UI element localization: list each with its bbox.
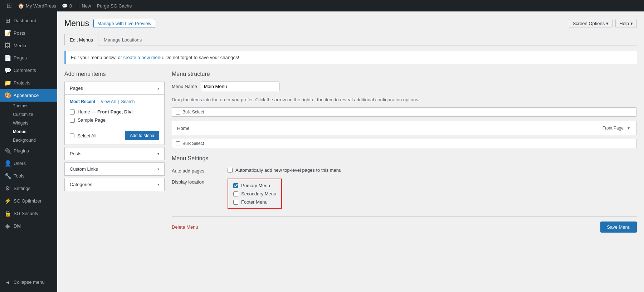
menu-item-home-label: Home	[177, 126, 190, 131]
add-menu-items-heading: Add menu items	[64, 71, 165, 77]
themes-label: Themes	[13, 103, 28, 108]
filter-search[interactable]: Search	[121, 99, 135, 104]
tab-manage-locations[interactable]: Manage Locations	[98, 34, 147, 45]
sidebar-item-media[interactable]: 🖼 Media	[0, 39, 57, 52]
add-to-menu-button[interactable]: Add to Menu	[125, 131, 159, 140]
filter-sep-2: |	[118, 99, 119, 104]
sg-optimizer-icon: ⚡	[4, 198, 11, 204]
page-filter-tabs: Most Recent | View All | Search	[70, 99, 159, 104]
accordion-pages-header[interactable]: Pages	[65, 82, 164, 95]
page-item-sample-checkbox[interactable]	[70, 118, 75, 123]
menus-label: Menus	[13, 129, 26, 134]
purge-cache-btn[interactable]: Purge SG Cache	[94, 0, 135, 11]
sidebar-item-dashboard[interactable]: ⊞ Dashboard	[0, 14, 57, 27]
live-preview-button[interactable]: Manage with Live Preview	[93, 19, 155, 28]
comments-link[interactable]: 💬 0	[59, 0, 75, 11]
sidebar-subitem-widgets[interactable]: Widgets	[0, 119, 57, 127]
sidebar-item-appearance[interactable]: 🎨 Appearance	[0, 89, 57, 102]
auto-add-pages-row: Auto add pages Automatically add new top…	[172, 167, 637, 174]
screen-options-label: Screen Options	[573, 21, 605, 26]
location-footer-checkbox[interactable]	[233, 200, 238, 205]
menu-settings-heading: Menu Settings	[172, 155, 637, 162]
help-button[interactable]: Help ▾	[615, 19, 637, 28]
delete-menu-link[interactable]: Delete Menu	[172, 224, 198, 230]
sidebar-item-divi[interactable]: ◈ Divi	[0, 220, 57, 232]
menu-item-home-badge: Front Page ▾	[602, 125, 631, 131]
new-content-link[interactable]: + New	[75, 0, 94, 11]
location-secondary-checkbox[interactable]	[233, 191, 238, 196]
nav-tabs: Edit Menus Manage Locations	[64, 34, 637, 45]
help-arrow: ▾	[630, 21, 633, 26]
sidebar-subitem-themes[interactable]: Themes	[0, 102, 57, 110]
save-menu-button[interactable]: Save Menu	[600, 222, 637, 233]
location-primary-checkbox[interactable]	[233, 183, 238, 188]
sidebar-subitem-background[interactable]: Background	[0, 136, 57, 145]
location-box: Primary Menu Secondary Menu Footer Menu	[228, 179, 282, 209]
sidebar-item-users[interactable]: 👤 Users	[0, 157, 57, 170]
sidebar-item-settings[interactable]: ⚙ Settings	[0, 182, 57, 195]
site-name-label: My WordPress	[26, 3, 56, 9]
sidebar-subitem-menus[interactable]: Menus	[0, 127, 57, 136]
bulk-select-top-checkbox[interactable]	[176, 110, 180, 115]
media-icon: 🖼	[4, 42, 11, 49]
sidebar-label-settings: Settings	[14, 186, 30, 191]
accordion-categories-header[interactable]: Categories	[65, 178, 164, 191]
sidebar-item-tools[interactable]: 🔧 Tools	[0, 170, 57, 182]
filter-sep-1: |	[97, 99, 98, 104]
filter-most-recent[interactable]: Most Recent	[70, 99, 95, 104]
tools-icon: 🔧	[4, 172, 11, 179]
sidebar-item-projects[interactable]: 📁 Projects	[0, 77, 57, 89]
top-bar-actions: Screen Options ▾ Help ▾	[569, 19, 637, 28]
menu-item-home: Home Front Page ▾	[172, 121, 637, 135]
page-item-home: Home — Front Page, Divi	[70, 108, 159, 116]
plugins-icon: 🔌	[4, 147, 11, 154]
accordion-custom-links: Custom Links	[64, 162, 165, 176]
collapse-icon: ◂	[4, 279, 11, 286]
sidebar-item-comments[interactable]: 💬 Comments	[0, 64, 57, 77]
comments-sidebar-icon: 💬	[4, 67, 11, 74]
sidebar-label-appearance: Appearance	[14, 93, 39, 98]
sidebar-item-plugins[interactable]: 🔌 Plugins	[0, 145, 57, 157]
auto-add-checkbox[interactable]	[228, 168, 233, 173]
background-label: Background	[13, 138, 36, 143]
sidebar-item-posts[interactable]: 📝 Posts	[0, 27, 57, 39]
notice-text-after: . Do not forget to save your changes!	[163, 55, 239, 60]
sidebar-item-sg-optimizer[interactable]: ⚡ SG Optimizer	[0, 195, 57, 207]
accordion-posts-header[interactable]: Posts	[65, 147, 164, 160]
select-all-label: Select All	[77, 133, 96, 138]
bulk-select-bottom[interactable]: Bulk Select	[172, 139, 637, 148]
notice-bar: Edit your menu below, or create a new me…	[64, 51, 637, 64]
menu-name-input[interactable]	[201, 82, 279, 91]
menu-name-row: Menu Name	[172, 82, 637, 91]
pages-icon: 📄	[4, 54, 11, 61]
auto-add-description: Automatically add new top-level pages to…	[235, 167, 341, 173]
select-all-checkbox[interactable]	[70, 133, 74, 138]
bulk-select-top[interactable]: Bulk Select	[172, 107, 637, 117]
filter-view-all[interactable]: View All	[101, 99, 116, 104]
wp-logo[interactable]: ⊞	[4, 0, 15, 11]
sidebar-item-sg-security[interactable]: 🔒 SG Security	[0, 207, 57, 220]
tab-edit-menus[interactable]: Edit Menus	[64, 34, 98, 45]
sidebar-label-posts: Posts	[14, 30, 25, 36]
site-name[interactable]: 🏠 My WordPress	[15, 0, 59, 11]
sidebar-label-plugins: Plugins	[14, 148, 29, 154]
bulk-select-bottom-checkbox[interactable]	[176, 141, 180, 146]
settings-icon: ⚙	[4, 185, 11, 192]
screen-options-button[interactable]: Screen Options ▾	[569, 19, 613, 28]
notice-text-before: Edit your menu below, or	[71, 55, 123, 60]
comments-icon: 💬	[62, 3, 68, 9]
sidebar-item-pages[interactable]: 📄 Pages	[0, 52, 57, 64]
collapse-menu-btn[interactable]: ◂ Collapse menu	[0, 276, 57, 288]
accordion-posts-title: Posts	[70, 151, 82, 156]
sidebar-label-sg-security: SG Security	[14, 211, 38, 216]
page-item-home-label: Home — Front Page, Divi	[78, 109, 133, 115]
create-new-menu-link[interactable]: create a new menu	[123, 55, 163, 60]
menu-item-home-toggle[interactable]: ▾	[626, 125, 631, 131]
sidebar-subitem-customize[interactable]: Customize	[0, 110, 57, 119]
menu-item-home-type: Front Page	[602, 126, 624, 131]
accordion-custom-links-header[interactable]: Custom Links	[65, 163, 164, 175]
auto-add-label: Auto add pages	[172, 167, 222, 174]
page-item-home-checkbox[interactable]	[70, 110, 75, 115]
location-secondary: Secondary Menu	[233, 191, 276, 196]
sidebar-label-users: Users	[14, 161, 26, 166]
